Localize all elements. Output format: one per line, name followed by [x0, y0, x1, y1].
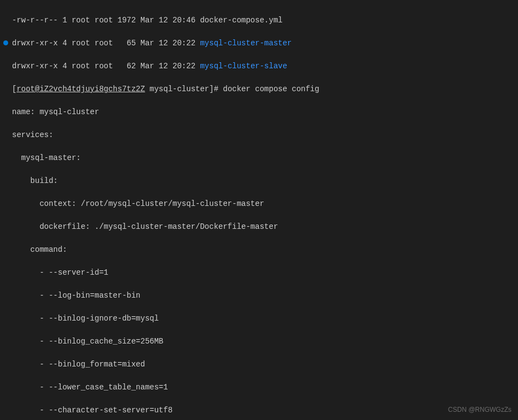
config-line: dockerfile: ./mysql-cluster-master/Docke…: [12, 221, 518, 233]
config-line: - --lower_case_table_names=1: [12, 382, 518, 393]
config-line: - --binlog_format=mixed: [12, 359, 518, 370]
config-line: context: /root/mysql-cluster/mysql-clust…: [12, 198, 518, 210]
watermark-text: CSDN @RNGWGzZs: [448, 405, 511, 415]
ls-row-dir: drwxr-xr-x 4 root root 65 Mar 12 20:22 m…: [12, 38, 518, 49]
prompt-cwd: mysql-cluster]#: [145, 85, 223, 93]
directory-link-master[interactable]: mysql-cluster-master: [200, 39, 291, 48]
modified-indicator-icon: [3, 40, 8, 45]
config-line: name: mysql-cluster: [12, 107, 518, 118]
shell-prompt-line: [root@iZ2vch4tdjuyi8gchs7tz2Z mysql-clus…: [12, 84, 518, 95]
config-line: command:: [12, 244, 518, 256]
config-line: - --character-set-server=utf8: [12, 405, 518, 416]
terminal-output[interactable]: -rw-r--r-- 1 root root 1972 Mar 12 20:46…: [0, 0, 518, 420]
config-line: mysql-master:: [12, 152, 518, 164]
ls-row-dir: drwxr-xr-x 4 root root 62 Mar 12 20:22 m…: [12, 61, 518, 72]
directory-link-slave[interactable]: mysql-cluster-slave: [200, 62, 287, 70]
prompt-userhost: root@iZ2vch4tdjuyi8gchs7tz2Z: [16, 85, 145, 93]
config-line: - --server-id=1: [12, 267, 518, 279]
config-line: - --log-bin=master-bin: [12, 290, 518, 301]
ls-row-perms: drwxr-xr-x 4 root root 65 Mar 12 20:22: [12, 39, 200, 48]
config-line: services:: [12, 129, 518, 141]
ls-row-perms: drwxr-xr-x 4 root root 62 Mar 12 20:22: [12, 62, 200, 70]
config-line: - --binlog-ignore-db=mysql: [12, 313, 518, 324]
ls-row-file: -rw-r--r-- 1 root root 1972 Mar 12 20:46…: [12, 15, 518, 26]
command-text: docker compose config: [223, 85, 319, 93]
config-line: - --binlog_cache_size=256MB: [12, 336, 518, 347]
config-line: build:: [12, 175, 518, 187]
